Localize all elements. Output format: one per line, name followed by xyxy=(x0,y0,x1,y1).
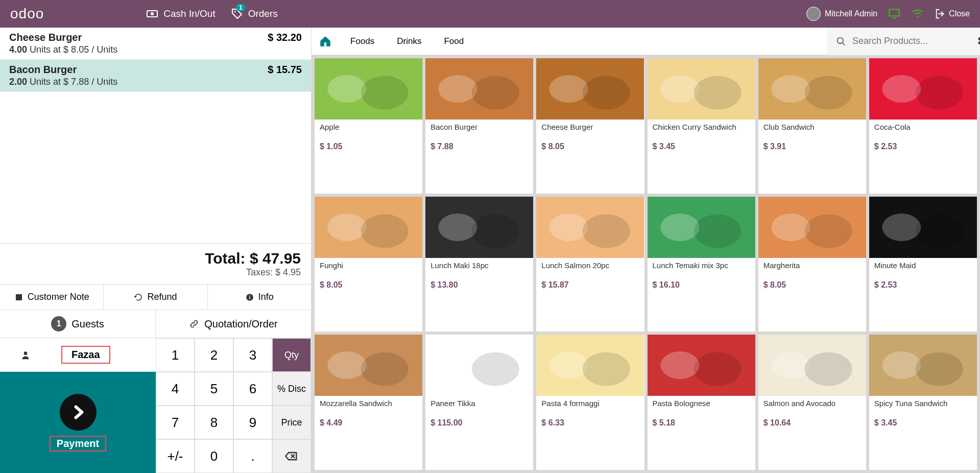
svg-point-47 xyxy=(882,214,921,241)
product-card[interactable]: Chicken Curry Sandwich $ 3.45 xyxy=(648,58,755,194)
numpad-qty[interactable]: Qty xyxy=(272,338,311,372)
product-name: Mozzarella Sandwich xyxy=(315,396,422,416)
svg-point-42 xyxy=(694,214,741,248)
svg-point-63 xyxy=(804,352,852,386)
product-name: Spicy Tuna Sandwich xyxy=(869,396,977,416)
home-button[interactable] xyxy=(312,35,339,48)
product-image xyxy=(536,197,644,258)
customer-name: Fazaa xyxy=(61,346,110,364)
product-price: $ 5.18 xyxy=(648,416,755,433)
product-image xyxy=(758,335,866,396)
refund-button[interactable]: Refund xyxy=(104,285,207,310)
product-card[interactable]: Spicy Tuna Sandwich $ 3.45 xyxy=(869,335,977,470)
clear-search-button[interactable]: ✖ xyxy=(977,35,980,48)
avatar-icon xyxy=(806,7,821,21)
guests-button[interactable]: 1 Guests xyxy=(0,310,156,338)
numpad-backspace[interactable] xyxy=(272,439,311,473)
search-input[interactable] xyxy=(852,36,971,46)
numpad-disc[interactable]: % Disc xyxy=(272,372,311,406)
svg-point-35 xyxy=(438,214,477,241)
numpad-2[interactable]: 2 xyxy=(195,338,233,372)
product-name: Pasta 4 formaggi xyxy=(536,396,644,416)
product-card[interactable]: Apple $ 1.05 xyxy=(315,58,422,194)
cash-in-out-button[interactable]: Cash In/Out xyxy=(146,8,215,20)
user-name: Mitchell Admin xyxy=(825,9,877,18)
search-icon xyxy=(836,36,846,46)
numpad-dot[interactable]: . xyxy=(233,439,272,473)
product-grid: Apple $ 1.05 Bacon Burger $ 7.88 Cheese … xyxy=(312,55,980,473)
svg-point-23 xyxy=(660,75,699,103)
product-card[interactable]: Cheese Burger $ 8.05 xyxy=(536,58,644,194)
svg-line-12 xyxy=(843,42,845,45)
category-foods[interactable]: Foods xyxy=(339,36,386,46)
product-name: Minute Maid xyxy=(869,258,977,278)
order-line[interactable]: Cheese Burger 4.00 Units at $ 8.05 / Uni… xyxy=(0,28,311,60)
numpad: 1 2 3 Qty 4 5 6 % Disc 7 8 9 Price +/- 0… xyxy=(156,338,311,473)
svg-point-56 xyxy=(549,351,588,379)
close-button[interactable]: Close xyxy=(935,8,970,19)
order-line-price: $ 15.75 xyxy=(268,64,302,87)
orders-label: Orders xyxy=(248,8,278,19)
numpad-price[interactable]: Price xyxy=(272,406,311,439)
order-line-price: $ 32.20 xyxy=(268,32,302,55)
product-price: $ 8.05 xyxy=(758,278,866,295)
svg-point-48 xyxy=(916,214,963,248)
quotation-order-button[interactable]: Quotation/Order xyxy=(156,310,311,338)
product-card[interactable]: Lunch Salmon 20pc $ 15.87 xyxy=(536,197,644,332)
order-line[interactable]: Bacon Burger 2.00 Units at $ 7.88 / Unit… xyxy=(0,60,311,92)
product-price: $ 3.45 xyxy=(869,416,977,433)
svg-point-29 xyxy=(882,75,921,103)
svg-point-57 xyxy=(583,352,630,386)
screen-status-icon[interactable] xyxy=(888,7,901,20)
product-card[interactable]: Pasta Bolognese $ 5.18 xyxy=(648,335,755,470)
product-card[interactable]: Bacon Burger $ 7.88 xyxy=(425,58,533,194)
numpad-5[interactable]: 5 xyxy=(195,372,233,406)
product-card[interactable]: Mozzarella Sandwich $ 4.49 xyxy=(315,335,422,470)
main: Cheese Burger 4.00 Units at $ 8.05 / Uni… xyxy=(0,28,980,473)
numpad-plusminus[interactable]: +/- xyxy=(156,439,195,473)
product-image xyxy=(315,58,422,120)
product-card[interactable]: Lunch Temaki mix 3pc $ 16.10 xyxy=(648,197,755,332)
info-button[interactable]: i Info xyxy=(208,285,311,310)
product-card[interactable]: Margherita $ 8.05 xyxy=(758,197,866,332)
numpad-1[interactable]: 1 xyxy=(156,338,195,372)
numpad-8[interactable]: 8 xyxy=(195,406,233,439)
svg-point-32 xyxy=(327,214,366,241)
svg-point-36 xyxy=(472,214,519,248)
product-card[interactable]: Pasta 4 formaggi $ 6.33 xyxy=(536,335,644,470)
link-icon xyxy=(189,319,199,329)
svg-point-39 xyxy=(583,214,630,248)
numpad-3[interactable]: 3 xyxy=(233,338,272,372)
numpad-9[interactable]: 9 xyxy=(233,406,272,439)
product-card[interactable]: Funghi $ 8.05 xyxy=(315,197,422,332)
wifi-icon[interactable] xyxy=(911,7,924,20)
payment-button[interactable]: Payment xyxy=(0,372,156,473)
product-card[interactable]: Coca-Cola $ 2.53 xyxy=(869,58,977,194)
svg-point-59 xyxy=(660,351,699,379)
svg-point-15 xyxy=(361,76,409,110)
product-card[interactable]: Lunch Maki 18pc $ 13.80 xyxy=(425,197,533,332)
numpad-6[interactable]: 6 xyxy=(233,372,272,406)
category-drinks[interactable]: Drinks xyxy=(386,36,433,46)
app-logo: odoo xyxy=(10,6,44,22)
numpad-0[interactable]: 0 xyxy=(195,439,233,473)
product-image xyxy=(869,58,977,120)
order-line-detail: 2.00 Units at $ 7.88 / Units xyxy=(9,77,117,87)
note-icon xyxy=(14,293,23,302)
product-name: Apple xyxy=(315,120,422,140)
product-name: Salmon and Avocado xyxy=(758,396,866,416)
right-panel: Foods Drinks Food ✖ Apple $ 1.05 xyxy=(312,28,980,473)
numpad-7[interactable]: 7 xyxy=(156,406,195,439)
customer-note-button[interactable]: Customer Note xyxy=(0,285,104,310)
product-card[interactable]: Minute Maid $ 2.53 xyxy=(869,197,977,332)
numpad-4[interactable]: 4 xyxy=(156,372,195,406)
product-price: $ 16.10 xyxy=(648,278,755,295)
category-food[interactable]: Food xyxy=(433,36,475,46)
product-card[interactable]: Paneer Tikka $ 115.00 xyxy=(425,335,533,470)
product-card[interactable]: Club Sandwich $ 3.91 xyxy=(758,58,866,194)
user-menu[interactable]: Mitchell Admin xyxy=(806,7,877,21)
product-card[interactable]: Salmon and Avocado $ 10.64 xyxy=(758,335,866,470)
order-line-name: Cheese Burger xyxy=(9,32,117,43)
customer-button[interactable]: Fazaa xyxy=(0,338,156,372)
orders-button[interactable]: 1 Orders xyxy=(231,8,278,20)
